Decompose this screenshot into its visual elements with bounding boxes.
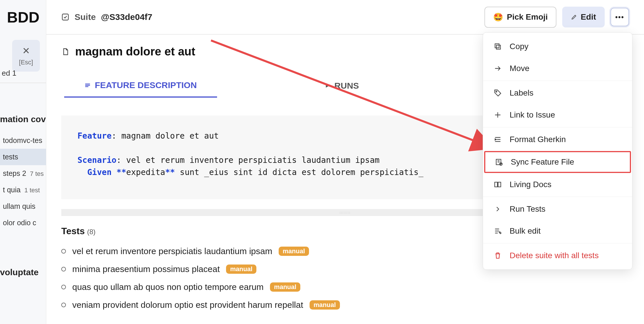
tab-feature-label: FEATURE DESCRIPTION [95,80,197,90]
pick-emoji-button[interactable]: 🤩 Pick Emoji [484,7,556,28]
close-label: [Esc] [19,59,33,66]
sidebar-item-ullam[interactable]: ullam quis [0,198,46,215]
context-menu: Copy Move Labels Link to Issue Format Gh… [483,32,632,270]
edit-label: Edit [581,12,596,22]
grip-icon: :::::::: [340,211,351,214]
sidebar-heading2: voluptate [0,267,38,277]
bullet-icon [61,285,66,289]
sync-icon [495,158,503,166]
menu-run-tests[interactable]: Run Tests [483,198,632,220]
chevron-right-icon [493,205,502,213]
svg-rect-0 [62,14,69,20]
test-name: quas quo ullam ab quos non optio tempore… [72,282,264,292]
suite-icon [61,13,69,21]
tab-runs[interactable]: RUNS [304,74,379,98]
bullet-icon [61,267,66,271]
badge-manual: manual [310,300,340,310]
pencil-icon [571,14,577,20]
badge-manual: manual [270,282,300,292]
bullet-icon [61,303,66,307]
svg-rect-2 [85,85,90,86]
plus-icon [493,111,502,119]
breadcrumb-prefix: Suite [75,12,96,22]
svg-rect-4 [496,45,500,49]
tab-runs-label: RUNS [334,81,359,91]
sidebar-item-todomvc[interactable]: todomvc-tes [0,132,46,149]
trash-icon [493,251,502,260]
menu-delete-suite[interactable]: Delete suite with all tests [483,245,632,267]
sidebar-item-olor[interactable]: olor odio c [0,215,46,231]
test-name: vel et rerum inventore perspiciatis laud… [72,246,272,256]
test-name: minima praesentium possimus placeat [72,264,220,274]
sidebar-item-tests[interactable]: tests [0,149,46,165]
tests-count: (8) [87,228,95,236]
badge-manual: manual [226,265,256,274]
topbar: Suite @S33de04f7 🤩 Pick Emoji Edit ••• [46,0,644,35]
menu-copy[interactable]: Copy [483,36,632,57]
pick-emoji-label: Pick Emoji [507,12,548,22]
more-button[interactable]: ••• [610,8,629,26]
divider [483,81,632,81]
emoji-icon: 🤩 [493,12,503,22]
page-title: magnam dolore et aut [75,45,195,58]
sidebar-list: todomvc-tes tests steps 2 7 tes t quia 1… [0,132,46,231]
bullet-icon [61,249,66,254]
document-icon [61,48,69,56]
sidebar-item-quia[interactable]: t quia 1 test [0,182,46,198]
close-icon: ✕ [22,45,30,56]
sidebar-subtitle: ed 1 [0,67,16,79]
menu-labels[interactable]: Labels [483,82,632,104]
breadcrumb: Suite @S33de04f7 [61,12,152,22]
more-icon: ••• [615,13,624,21]
arrow-right-icon [493,64,502,73]
edit-button[interactable]: Edit [562,7,605,27]
menu-link-issue[interactable]: Link to Issue [483,104,632,126]
menu-format-gherkin[interactable]: Format Gherkin [483,129,632,150]
copy-icon [493,42,502,51]
app-brand: BDD [0,0,46,26]
divider [483,127,632,127]
divider [483,243,632,243]
svg-rect-5 [495,44,499,48]
divider [0,83,46,83]
description-icon [84,82,91,88]
menu-bulk-edit[interactable]: Bulk edit [483,220,632,242]
sidebar-heading: mation cov [0,114,46,124]
indent-icon [493,135,502,144]
bulk-edit-icon [493,227,502,235]
test-item[interactable]: quas quo ullam ab quos non optio tempore… [61,282,629,292]
menu-move[interactable]: Move [483,57,632,79]
tag-icon [493,89,502,97]
svg-rect-3 [85,86,88,87]
sidebar-item-steps2[interactable]: steps 2 7 tes [0,165,46,182]
test-item[interactable]: veniam provident dolorum optio est provi… [61,300,629,310]
breadcrumb-id: @S33de04f7 [101,12,152,22]
divider [483,197,632,197]
book-icon [493,180,502,189]
badge-manual: manual [279,247,309,256]
title-row: magnam dolore et aut [61,45,195,58]
svg-point-6 [496,91,497,92]
sidebar: BDD ✕ [Esc] ed 1 mation cov todomvc-tes … [0,0,46,324]
play-icon [324,83,330,89]
main-panel: Suite @S33de04f7 🤩 Pick Emoji Edit ••• m… [46,0,644,324]
tabs: FEATURE DESCRIPTION RUNS [64,74,379,98]
svg-rect-1 [85,84,90,85]
menu-sync-feature-file[interactable]: Sync Feature File [484,151,631,173]
test-name: veniam provident dolorum optio est provi… [72,300,303,310]
menu-living-docs[interactable]: Living Docs [483,174,632,195]
tab-feature-description[interactable]: FEATURE DESCRIPTION [64,74,217,98]
